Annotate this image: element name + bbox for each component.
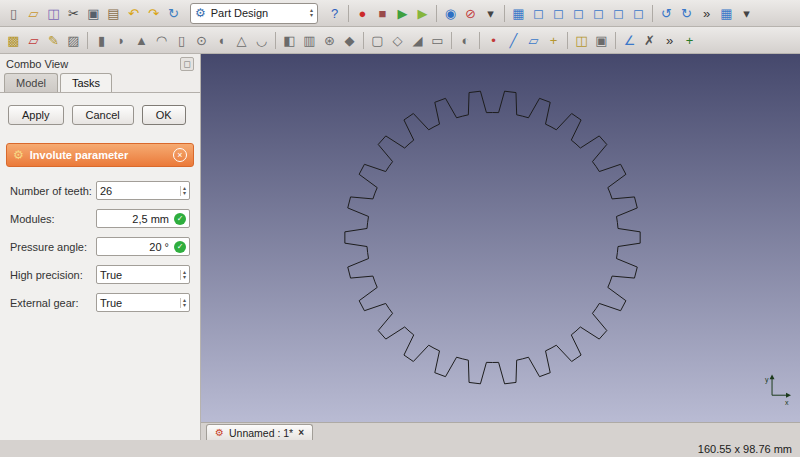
refresh-icon[interactable]: ↻ [164, 3, 183, 23]
high-precision-combobox[interactable]: True ▴ ▾ [96, 265, 190, 284]
3d-viewport[interactable]: y x [201, 54, 800, 422]
external-gear-spinners[interactable]: ▴ ▾ [180, 298, 186, 308]
toolbar-overflow-icon[interactable]: » [697, 3, 716, 23]
draw-style-icon[interactable]: ⊘ [461, 3, 480, 23]
workbench-selector[interactable]: ⚙ Part Design ▴ ▾ [190, 3, 318, 24]
view-bottom-icon[interactable]: ◻ [609, 3, 628, 23]
chamfer-icon[interactable]: ◇ [388, 30, 407, 50]
workbench-selector-value: Part Design [211, 7, 268, 19]
revolution-icon[interactable]: ◗ [112, 30, 131, 50]
measure-angle-icon[interactable]: ∠ [620, 30, 639, 50]
teeth-spinners[interactable]: ▴ ▾ [180, 186, 186, 196]
polar-pattern-icon[interactable]: ⊛ [320, 30, 339, 50]
view-cube-icon[interactable]: ▦ [717, 3, 736, 23]
cancel-button[interactable]: Cancel [72, 105, 134, 125]
linear-pattern-icon[interactable]: ▥ [300, 30, 319, 50]
form-row-modules: Modules: 2,5 mm ✓ [10, 209, 190, 228]
ok-button[interactable]: OK [142, 105, 186, 125]
whatsthis-icon[interactable]: ? [325, 3, 344, 23]
axis-cross-toggle-icon[interactable]: + [680, 30, 699, 50]
redo-icon[interactable]: ↷ [144, 3, 163, 23]
groove-icon[interactable]: ◖ [212, 30, 231, 50]
dropdown-arrow-icon[interactable]: ▾ [481, 3, 500, 23]
tab-model[interactable]: Model [4, 73, 58, 92]
zoom-fit-all-icon[interactable]: ◉ [441, 3, 460, 23]
additive-loft-icon[interactable]: ▲ [132, 30, 151, 50]
document-tab[interactable]: ⚙ Unnamed : 1* × [206, 424, 313, 440]
high-precision-spinners[interactable]: ▴ ▾ [180, 270, 186, 280]
macro-record-icon[interactable]: ● [353, 3, 372, 23]
toolbar-overflow-icon[interactable]: » [660, 30, 679, 50]
macro-execute-icon[interactable]: ▶ [393, 3, 412, 23]
multitransform-icon[interactable]: ◆ [340, 30, 359, 50]
cut-icon[interactable]: ✂ [64, 3, 83, 23]
task-header: ⚙ Involute parameter × [6, 143, 194, 167]
axis-y-label: y [765, 376, 769, 384]
create-sketch-icon[interactable]: ▱ [24, 30, 43, 50]
tab-tasks[interactable]: Tasks [60, 73, 112, 92]
workbench-selector-spinners[interactable]: ▴ ▾ [310, 8, 313, 18]
undo-icon[interactable]: ↶ [124, 3, 143, 23]
thickness-icon[interactable]: ▭ [428, 30, 447, 50]
view-top-icon[interactable]: ◻ [549, 3, 568, 23]
pocket-icon[interactable]: ▯ [172, 30, 191, 50]
workbench-icon: ⚙ [195, 6, 206, 20]
teeth-spinbox[interactable]: 26 ▴ ▾ [96, 181, 190, 200]
shape-binder-icon[interactable]: ◫ [572, 30, 591, 50]
apply-button[interactable]: Apply [8, 105, 64, 125]
mirrored-icon[interactable]: ◧ [280, 30, 299, 50]
fillet-icon[interactable]: ▢ [368, 30, 387, 50]
view-right-icon[interactable]: ◻ [569, 3, 588, 23]
document-tabbar: ⚙ Unnamed : 1* × [201, 422, 800, 440]
local-coordinate-system-icon[interactable]: + [544, 30, 563, 50]
tasks-panel: Apply Cancel OK ⚙ Involute parameter × N… [0, 93, 200, 440]
datum-plane-icon[interactable]: ▱ [524, 30, 543, 50]
pad-icon[interactable]: ▮ [92, 30, 111, 50]
copy-icon[interactable]: ▣ [84, 3, 103, 23]
toolbar-separator [479, 32, 480, 49]
macro-debug-icon[interactable]: ▶ [413, 3, 432, 23]
datum-line-icon[interactable]: ╱ [504, 30, 523, 50]
teeth-label: Number of teeth: [10, 185, 92, 197]
axis-x-label: x [785, 399, 789, 406]
valid-check-icon: ✓ [174, 213, 186, 225]
spin-down-icon: ▾ [183, 303, 186, 308]
task-close-icon[interactable]: × [173, 148, 187, 162]
status-bar: 160.55 x 98.76 mm [0, 440, 800, 457]
measure-clear-icon[interactable]: ✗ [640, 30, 659, 50]
toolbar-separator [615, 32, 616, 49]
view-rear-icon[interactable]: ◻ [589, 3, 608, 23]
pressure-angle-input[interactable]: 20 ° ✓ [96, 237, 190, 256]
new-document-icon[interactable]: ▯ [4, 3, 23, 23]
modules-input[interactable]: 2,5 mm ✓ [96, 209, 190, 228]
view-front-icon[interactable]: ◻ [529, 3, 548, 23]
panel-float-icon[interactable]: ◻ [180, 57, 194, 71]
subtractive-pipe-icon[interactable]: ◡ [252, 30, 271, 50]
open-document-icon[interactable]: ▱ [24, 3, 43, 23]
external-gear-label: External gear: [10, 297, 78, 309]
modules-label: Modules: [10, 213, 55, 225]
modules-value: 2,5 mm [100, 213, 172, 225]
dropdown-arrow-icon[interactable]: ▾ [737, 3, 756, 23]
additive-pipe-icon[interactable]: ◠ [152, 30, 171, 50]
form-row-external-gear: External gear: True ▴ ▾ [10, 293, 190, 312]
external-gear-combobox[interactable]: True ▴ ▾ [96, 293, 190, 312]
save-icon[interactable]: ◫ [44, 3, 63, 23]
draft-icon[interactable]: ◢ [408, 30, 427, 50]
subtractive-loft-icon[interactable]: △ [232, 30, 251, 50]
edit-sketch-icon[interactable]: ✎ [44, 30, 63, 50]
freecad-document-icon: ⚙ [215, 427, 224, 438]
rotate-right-icon[interactable]: ↻ [677, 3, 696, 23]
macro-stop-icon[interactable]: ■ [373, 3, 392, 23]
hole-icon[interactable]: ⊙ [192, 30, 211, 50]
view-isometric-icon[interactable]: ▦ [509, 3, 528, 23]
document-tab-close-icon[interactable]: × [298, 427, 304, 438]
boolean-operation-icon[interactable]: ◐ [456, 30, 475, 50]
rotate-left-icon[interactable]: ↺ [657, 3, 676, 23]
map-sketch-icon[interactable]: ▨ [64, 30, 83, 50]
datum-point-icon[interactable]: • [484, 30, 503, 50]
clone-icon[interactable]: ▣ [592, 30, 611, 50]
paste-icon[interactable]: ▤ [104, 3, 123, 23]
view-left-icon[interactable]: ◻ [629, 3, 648, 23]
create-body-icon[interactable]: ▩ [4, 30, 23, 50]
